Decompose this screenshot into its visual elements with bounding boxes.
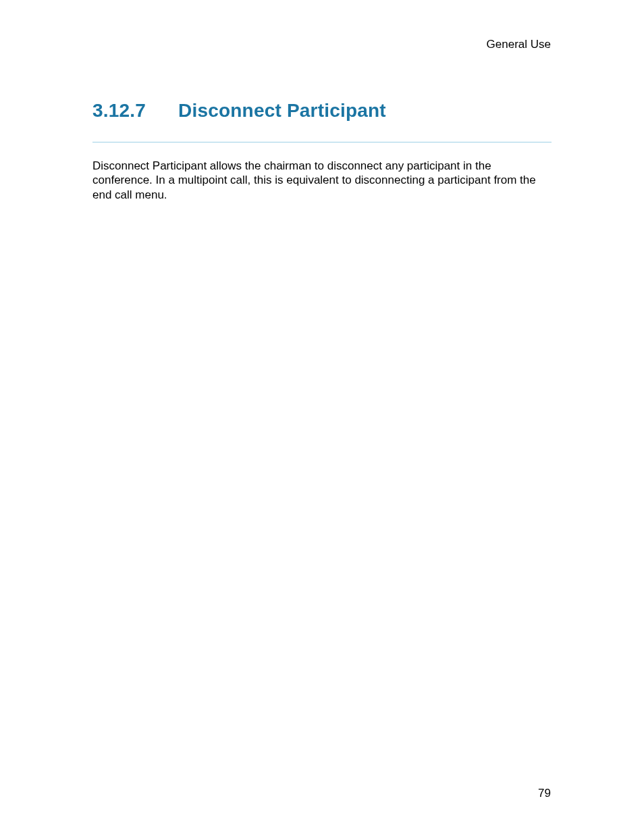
page-number: 79 [538,787,551,800]
header-section-label: General Use [487,38,551,51]
section-number: 3.12.7 [92,100,146,122]
heading-divider [92,142,552,142]
section-heading: 3.12.7Disconnect Participant [92,100,386,122]
document-page: General Use 3.12.7Disconnect Participant… [0,0,644,834]
body-paragraph: Disconnect Participant allows the chairm… [92,159,552,202]
section-title: Disconnect Participant [178,100,386,121]
